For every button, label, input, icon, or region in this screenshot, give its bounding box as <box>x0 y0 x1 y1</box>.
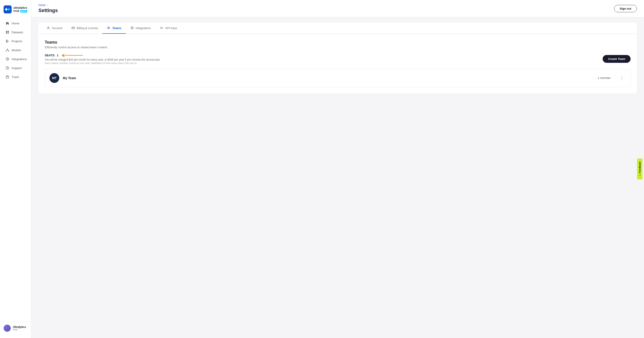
avatar <box>4 324 11 332</box>
svg-point-12 <box>8 50 9 52</box>
svg-point-24 <box>131 27 133 29</box>
seats-desc: You will be charged $20 per month for ev… <box>45 58 160 61</box>
seats-desc2: Each unique member counts as one seat, r… <box>45 62 160 64</box>
user-plan: PRO <box>13 328 26 331</box>
create-team-button[interactable]: Create Team <box>603 55 630 63</box>
trash-icon <box>5 75 10 79</box>
svg-point-22 <box>108 27 109 28</box>
tab-apikeys[interactable]: API Keys <box>156 22 182 34</box>
svg-rect-9 <box>6 42 8 42</box>
sidebar-item-home-label: Home <box>12 22 20 25</box>
svg-rect-6 <box>8 32 9 34</box>
svg-point-19 <box>48 27 49 28</box>
sidebar-item-projects-label: Projects <box>12 40 22 43</box>
logo-hub: HUB BETA <box>14 10 27 12</box>
tab-billing-label: Billing & License <box>77 26 98 30</box>
logo-beta: BETA <box>20 10 27 12</box>
breadcrumb-sep: > <box>47 4 48 7</box>
user-name: Ultralytics <box>13 326 26 328</box>
feedback-icon: ☺ <box>638 174 641 176</box>
sidebar-item-models[interactable]: Models <box>2 46 29 54</box>
sidebar-item-support[interactable]: ? Support <box>2 64 29 72</box>
tab-account[interactable]: Account <box>42 22 67 34</box>
home-icon <box>5 21 10 25</box>
sidebar-item-models-label: Models <box>12 48 21 52</box>
ultralytics-logo-icon <box>4 5 12 14</box>
tab-account-label: Account <box>52 26 62 30</box>
datasets-icon <box>5 30 10 34</box>
page-title: Settings <box>38 8 58 14</box>
svg-point-2 <box>8 8 10 10</box>
svg-point-23 <box>109 27 110 28</box>
puzzle-icon <box>130 26 134 30</box>
svg-point-25 <box>132 28 132 28</box>
card-icon <box>71 26 75 30</box>
header-left: Home > Settings <box>38 4 58 14</box>
logo-text: ultralytics HUB BETA <box>14 6 27 12</box>
svg-rect-7 <box>6 40 8 41</box>
team-avatar: MT <box>50 73 59 83</box>
sidebar-item-support-label: Support <box>12 66 22 70</box>
breadcrumb-home[interactable]: Home <box>38 4 46 7</box>
seats-info: SEATS: 1 You will be charged $20 per mon… <box>45 54 160 64</box>
seats-label: SEATS: 1 <box>45 54 160 57</box>
tab-billing[interactable]: Billing & License <box>67 22 102 34</box>
team-card: MT My Team 1 member ⋮ <box>45 69 630 87</box>
sidebar: ultralytics HUB BETA Home <box>0 0 31 338</box>
integrations-icon <box>5 57 10 61</box>
content-area: Account Billing & License <box>31 17 644 338</box>
tabs-container: Account Billing & License <box>38 22 637 34</box>
svg-point-1 <box>5 8 8 10</box>
teams-subtitle: Efficiently control access to shared tea… <box>45 46 630 49</box>
team-members: 1 member <box>598 76 611 80</box>
seats-text: SEATS: 1 <box>45 54 58 57</box>
key-icon <box>160 26 164 30</box>
teams-title: Teams <box>45 40 630 45</box>
sidebar-item-datasets-label: Datasets <box>12 31 23 34</box>
svg-line-13 <box>6 50 8 50</box>
sign-out-button[interactable]: Sign out <box>614 5 637 12</box>
tab-teams[interactable]: Teams <box>102 22 126 34</box>
seats-count: 1 <box>57 54 58 57</box>
svg-rect-0 <box>4 5 12 14</box>
team-menu-button[interactable]: ⋮ <box>618 75 626 81</box>
sidebar-item-integrations[interactable]: Integrations <box>2 55 29 63</box>
nav: Home Datasets Pro <box>0 19 31 322</box>
teams-panel: Teams Efficiently control access to shar… <box>38 34 637 94</box>
support-icon: ? <box>5 66 10 70</box>
sidebar-item-home[interactable]: Home <box>2 19 29 28</box>
projects-icon <box>5 39 10 43</box>
svg-text:?: ? <box>7 67 8 69</box>
arrow-head-icon <box>61 54 64 57</box>
svg-rect-3 <box>6 31 7 32</box>
arrow-line <box>65 55 83 56</box>
breadcrumb: Home > <box>38 4 58 7</box>
arrow-annotation <box>61 54 83 57</box>
svg-rect-4 <box>8 31 9 32</box>
seats-row: SEATS: 1 You will be charged $20 per mon… <box>45 54 630 64</box>
sidebar-item-trash-label: Trash <box>12 75 19 79</box>
models-icon <box>5 48 10 52</box>
feedback-button[interactable]: ☺ Feedback <box>637 158 642 180</box>
svg-rect-5 <box>6 32 7 34</box>
sidebar-item-datasets[interactable]: Datasets <box>2 28 29 36</box>
sidebar-item-integrations-label: Integrations <box>12 58 27 61</box>
person-icon <box>46 26 50 30</box>
user-info: Ultralytics PRO <box>13 326 26 331</box>
people-icon <box>107 26 110 30</box>
tab-teams-label: Teams <box>112 26 121 30</box>
main-content: Home > Settings Sign out Account <box>31 0 644 338</box>
svg-point-11 <box>6 50 7 52</box>
sidebar-item-projects[interactable]: Projects <box>2 37 29 46</box>
user-profile[interactable]: Ultralytics PRO <box>0 322 31 334</box>
sidebar-item-trash[interactable]: Trash <box>2 73 29 81</box>
tab-integrations[interactable]: Integrations <box>126 22 156 34</box>
svg-point-10 <box>7 49 8 50</box>
svg-rect-8 <box>6 41 9 42</box>
tab-integrations-label: Integrations <box>136 26 151 30</box>
team-name: My Team <box>63 76 594 80</box>
feedback-label: Feedback <box>638 162 641 173</box>
page-header: Home > Settings Sign out <box>31 0 644 17</box>
svg-rect-20 <box>72 27 74 29</box>
svg-rect-18 <box>6 76 8 78</box>
